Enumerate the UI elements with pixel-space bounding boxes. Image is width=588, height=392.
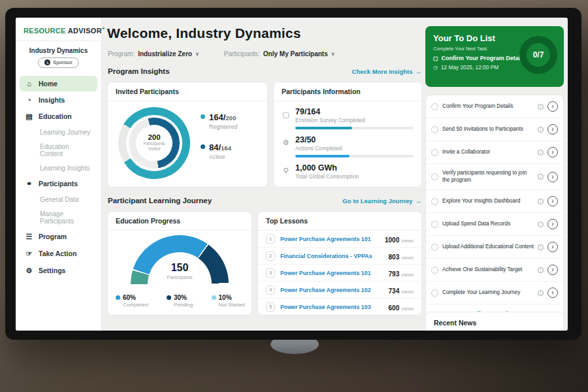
- legend-label: Completed: [123, 302, 148, 308]
- actions-icon: ⚙: [282, 135, 290, 157]
- sidebar-item-program[interactable]: ☰ Program: [20, 229, 97, 245]
- participants-icon: ⚭: [25, 180, 33, 188]
- participants-dropdown[interactable]: Participants: Only My Participants ∨: [224, 50, 335, 57]
- logo-secondary: ADVISOR: [68, 27, 102, 35]
- link-label: Check More Insights: [352, 68, 413, 75]
- info-icon[interactable]: i: [538, 199, 544, 204]
- dashboard-screen: RESOURCEADVISOR+ Industry Dynamics S Spo…: [16, 18, 568, 331]
- task-checkbox[interactable]: [431, 149, 438, 156]
- task-row-confirm-your-program[interactable]: Confirm Your Program Details i ›: [426, 95, 563, 118]
- chevron-right-icon[interactable]: ›: [547, 172, 558, 182]
- lessons-list: 1 Power Purchase Agreements 101 1000view…: [258, 231, 421, 316]
- learning-journey-title: Participant Learning Journey: [108, 197, 212, 204]
- recent-news-panel: Recent News: [425, 312, 564, 331]
- lesson-row: 2 Financial Considerations - VPPAs 803vi…: [258, 248, 421, 265]
- logo-primary: RESOURCE: [24, 27, 66, 35]
- insights-icon: ◔: [25, 96, 33, 104]
- check-more-insights-link[interactable]: Check More Insights→: [352, 68, 421, 75]
- lesson-link[interactable]: Power Purchase Agreements 101: [280, 236, 380, 242]
- chevron-right-icon[interactable]: ›: [547, 101, 558, 112]
- info-icon[interactable]: i: [538, 150, 544, 155]
- chevron-right-icon[interactable]: ›: [547, 287, 558, 298]
- metric-label: Emission Survey Completed: [295, 117, 414, 123]
- metric-value: 23/50: [295, 135, 414, 144]
- task-row-upload-spend-data[interactable]: Upload Spend Data Records i ›: [426, 213, 563, 236]
- legend-dot-icon: [212, 295, 216, 300]
- task-checkbox[interactable]: [431, 244, 438, 251]
- task-rows: Confirm Your Program Details i › Send 50…: [426, 95, 563, 304]
- sidebar-item-learning-insights[interactable]: Learning Insights: [20, 161, 97, 175]
- lesson-rank: 5: [266, 302, 275, 312]
- lesson-row: 1 Power Purchase Agreements 101 1000view…: [258, 231, 421, 248]
- lesson-link[interactable]: Power Purchase Agreements 102: [280, 287, 384, 293]
- sidebar-item-general-data[interactable]: General Data: [20, 193, 97, 206]
- sidebar-item-education[interactable]: ▤ Education: [20, 108, 97, 125]
- learning-journey-header: Participant Learning Journey Go to Learn…: [108, 197, 421, 204]
- program-dropdown[interactable]: Program: Industrialize Zero ∨: [108, 50, 199, 57]
- lesson-link[interactable]: Financial Considerations - VPPAs: [280, 253, 384, 259]
- task-checkbox[interactable]: [431, 126, 438, 133]
- task-checkbox[interactable]: [431, 173, 438, 180]
- task-row-verify-participants-requesting[interactable]: Verify participants requesting to join t…: [426, 164, 563, 190]
- task-row-upload-additional-educational[interactable]: Upload Additional Educational Content i …: [426, 236, 563, 259]
- metric-row: ⚙ 23/50 Actions Completed: [282, 135, 414, 157]
- metric-value: 1,000 GWh: [295, 163, 414, 172]
- participants-information-card: Participants Information ▢ 79/164 Emissi…: [273, 82, 422, 188]
- sidebar-item-manage-participants[interactable]: Manage Participants: [20, 207, 97, 228]
- info-icon[interactable]: i: [538, 174, 544, 180]
- sidebar-item-take-action[interactable]: ☞ Take Action: [20, 246, 97, 262]
- lesson-link[interactable]: Power Purchase Agreements 101: [280, 270, 384, 276]
- participants-value: Only My Participants: [263, 50, 328, 57]
- sidebar-item-participants[interactable]: ⚭ Participants: [20, 176, 97, 192]
- sidebar-item-insights[interactable]: ◔ Insights: [20, 92, 97, 108]
- main-content: Welcome, Industry Dynamics Program: Indu…: [107, 18, 422, 331]
- task-checkbox[interactable]: [431, 198, 438, 205]
- sidebar-item-home[interactable]: ⌂ Home: [20, 76, 97, 91]
- info-icon[interactable]: i: [538, 221, 544, 227]
- chevron-right-icon[interactable]: ›: [547, 196, 558, 206]
- task-label: Complete Your Learning Journey: [442, 289, 534, 297]
- task-row-achieve-one-sustainability[interactable]: Achieve One Sustainability Target i ›: [426, 259, 563, 282]
- task-row-explore-your-insights[interactable]: Explore Your Insights Dashboard i ›: [426, 190, 563, 213]
- todo-next-task: ▢ Confirm Your Program Details: [433, 55, 531, 61]
- program-label: Program:: [108, 50, 135, 57]
- lesson-views-word: views: [401, 289, 414, 295]
- info-icon[interactable]: i: [538, 290, 544, 296]
- lesson-views-word: views: [401, 272, 414, 278]
- info-icon[interactable]: i: [538, 267, 544, 273]
- task-checkbox[interactable]: [431, 103, 438, 110]
- lesson-views: 803: [389, 253, 400, 261]
- chevron-right-icon[interactable]: ›: [547, 265, 558, 275]
- legend-value: 164/: [209, 112, 225, 122]
- lesson-rank: 3: [266, 269, 275, 278]
- legend-label: Registered: [209, 123, 238, 130]
- info-icon[interactable]: i: [538, 127, 544, 133]
- chevron-right-icon[interactable]: ›: [547, 219, 558, 229]
- arrow-right-icon: →: [416, 68, 422, 75]
- task-row-send-50-invitations[interactable]: Send 50 Invitations to Participants i ›: [426, 118, 563, 141]
- task-row-invite-a-collaborator[interactable]: Invite a Collaborator i ›: [426, 141, 563, 164]
- lesson-rank: 2: [266, 252, 275, 261]
- task-checkbox[interactable]: [431, 289, 438, 297]
- task-checkbox[interactable]: [431, 221, 438, 228]
- lesson-link[interactable]: Power Purchase Agreements 103: [280, 304, 384, 310]
- settings-icon: ⚙: [25, 267, 33, 275]
- sidebar-item-education-content[interactable]: Education Content: [20, 140, 97, 161]
- chevron-right-icon[interactable]: ›: [547, 147, 558, 157]
- task-checkbox[interactable]: [431, 267, 438, 274]
- legend-dot-icon: [167, 295, 171, 300]
- chevron-right-icon[interactable]: ›: [547, 242, 558, 252]
- chevron-right-icon[interactable]: ›: [547, 124, 558, 135]
- sidebar-item-settings[interactable]: ⚙ Settings: [20, 263, 97, 279]
- info-icon[interactable]: i: [538, 244, 544, 250]
- info-icon[interactable]: i: [538, 104, 544, 110]
- go-to-learning-journey-link[interactable]: Go to Learning Journey→: [342, 197, 421, 204]
- metric-value: 79/164: [295, 107, 414, 116]
- sidebar: RESOURCEADVISOR+ Industry Dynamics S Spo…: [16, 18, 102, 331]
- survey-icon: ▢: [282, 107, 290, 129]
- program-value: Industrialize Zero: [138, 50, 192, 57]
- sidebar-item-learning-journey[interactable]: Learning Journey: [20, 125, 97, 139]
- task-label: Invite a Collaborator: [442, 149, 534, 156]
- donut-legend-item: 164/200 Registered: [201, 111, 238, 130]
- task-row-complete-your-learning[interactable]: Complete Your Learning Journey i ›: [426, 282, 563, 304]
